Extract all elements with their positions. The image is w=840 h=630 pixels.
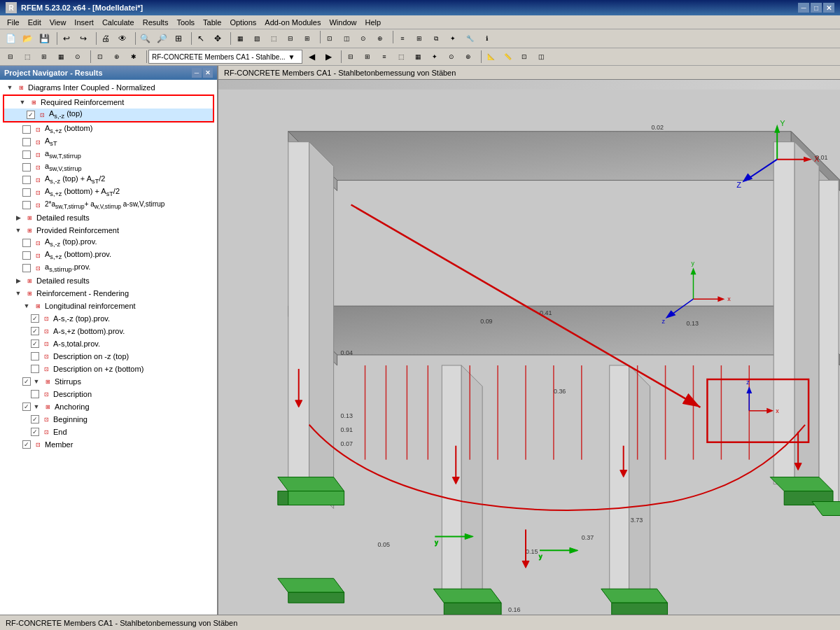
cb-as-stir-prov[interactable]: [22, 264, 31, 272]
cb-stirrups[interactable]: [22, 377, 31, 386]
cb-anchoring[interactable]: [22, 402, 31, 411]
cb-as-bot-asT[interactable]: [22, 188, 31, 197]
tb-btn-3[interactable]: ⬚: [266, 31, 281, 46]
tree-detailed1[interactable]: ▶ ⊞ Detailed results: [0, 211, 217, 224]
title-controls[interactable]: ─ □ ✕: [798, 3, 834, 13]
zoom-in[interactable]: 🔍: [137, 31, 153, 46]
tb2-8[interactable]: ✱: [126, 49, 141, 64]
cb-as-z-bot[interactable]: [22, 125, 31, 134]
tb2-1[interactable]: ⊟: [3, 49, 18, 64]
print-button[interactable]: 🖨: [98, 31, 113, 46]
menu-options[interactable]: Options: [225, 18, 260, 27]
tb-btn-12[interactable]: ⧉: [428, 31, 444, 46]
viewport-content[interactable]: Y X Z y x z: [218, 80, 840, 630]
tb2-16[interactable]: ⊕: [461, 49, 476, 64]
cb-asT[interactable]: [22, 138, 31, 146]
cb-asw-stir[interactable]: [22, 150, 31, 159]
tree-beginning[interactable]: ⊡ Beginning: [0, 413, 217, 426]
tree-member[interactable]: ⊡ Member: [0, 438, 217, 451]
cb-desc-top[interactable]: [31, 352, 39, 360]
tree-desc-bot[interactable]: ⊡ Description on +z (bottom): [0, 363, 217, 375]
cb-as-z-top[interactable]: [27, 111, 35, 119]
zoom-out[interactable]: 🔎: [154, 31, 169, 46]
open-button[interactable]: 📂: [20, 31, 35, 46]
tb-btn-11[interactable]: ⊞: [412, 31, 427, 46]
tree-2asw[interactable]: ⊡ 2*asw,T,stirrup+ aw,V,stirrup a-sw,V,s…: [0, 199, 217, 211]
minimize-button[interactable]: ─: [798, 3, 809, 13]
tb2-18[interactable]: 📏: [500, 49, 515, 64]
tree-rendering[interactable]: ▼ ⊞ Reinforcement - Rendering: [0, 287, 217, 300]
menu-addons[interactable]: Add-on Modules: [260, 18, 325, 27]
menu-edit[interactable]: Edit: [24, 18, 46, 27]
dropdown-arrow[interactable]: ▼: [288, 53, 295, 61]
tree-end[interactable]: ⊡ End: [0, 426, 217, 438]
tb2-12[interactable]: ⬚: [393, 49, 409, 64]
cb-asw-v[interactable]: [22, 163, 31, 172]
tree-as-bot-asT[interactable]: ⊡ As,+z (bottom) + AsT/2: [0, 186, 217, 199]
cb-as-asT[interactable]: [22, 176, 31, 184]
tb-btn-1[interactable]: ▦: [232, 31, 248, 46]
nav-prev[interactable]: ◀: [304, 49, 319, 64]
cb-as-z-prov[interactable]: [22, 239, 31, 247]
new-button[interactable]: 📄: [3, 31, 18, 46]
expand-diagrams[interactable]: ▼: [6, 83, 14, 92]
preview-button[interactable]: 👁: [115, 31, 130, 46]
tb-btn-2[interactable]: ▧: [249, 31, 265, 46]
undo-button[interactable]: ↩: [59, 31, 74, 46]
tb2-7[interactable]: ⊕: [109, 49, 125, 64]
tb2-4[interactable]: ▦: [53, 49, 69, 64]
cb-desc-bot[interactable]: [31, 365, 39, 373]
tree-container[interactable]: ▼ ⊞ Diagrams Inter Coupled - Normalized …: [0, 80, 217, 630]
cb-end[interactable]: [31, 428, 39, 436]
tree-as-z-bot[interactable]: ⊡ As,+z (bottom): [0, 123, 217, 136]
expand-required[interactable]: ▼: [18, 98, 27, 106]
expand-longitudinal[interactable]: ▼: [22, 302, 31, 310]
tree-a-s-top[interactable]: ⊡ A-s,-z (top).prov.: [0, 312, 217, 325]
save-button[interactable]: 💾: [36, 31, 52, 46]
tree-asw-v[interactable]: ⊡ asw,V,stirrup: [0, 161, 217, 174]
tb-btn-4[interactable]: ⊟: [283, 31, 298, 46]
expand-provided[interactable]: ▼: [14, 226, 22, 234]
tree-longitudinal[interactable]: ▼ ⊞ Longitudinal reinforcement: [0, 300, 217, 312]
module-dropdown[interactable]: RF-CONCRETE Members CA1 - Stahlbe... ▼: [148, 50, 302, 64]
tb-btn-13[interactable]: ✦: [445, 31, 461, 46]
tree-stir-desc[interactable]: ⊡ Description: [0, 388, 217, 400]
redo-button[interactable]: ↪: [76, 31, 91, 46]
tree-provided[interactable]: ▼ ⊞ Provided Reinforcement: [0, 224, 217, 237]
tree-as-z-top[interactable]: ⊡ As,-z (top): [4, 108, 213, 121]
menu-help[interactable]: Help: [361, 18, 386, 27]
menu-results[interactable]: Results: [139, 18, 173, 27]
tb2-15[interactable]: ⊙: [444, 49, 459, 64]
tree-detailed2[interactable]: ▶ ⊞ Detailed results: [0, 274, 217, 287]
zoom-all[interactable]: ⊞: [171, 31, 186, 46]
expand-detailed1[interactable]: ▶: [14, 214, 22, 222]
tb2-9[interactable]: ⊟: [343, 49, 358, 64]
cb-2asw[interactable]: [22, 201, 31, 209]
expand-anchoring[interactable]: ▼: [32, 402, 41, 411]
tb2-2[interactable]: ⬚: [20, 49, 35, 64]
tree-asT[interactable]: ⊡ AsT: [0, 136, 217, 148]
nav-next[interactable]: ▶: [321, 49, 336, 64]
panel-controls[interactable]: ─ ✕: [192, 68, 213, 78]
tb2-3[interactable]: ⊞: [36, 49, 52, 64]
tb-btn-14[interactable]: 🔧: [462, 31, 477, 46]
close-button[interactable]: ✕: [823, 3, 834, 13]
tb-btn-9[interactable]: ⊕: [372, 31, 388, 46]
cb-a-s-total[interactable]: [31, 340, 39, 348]
select-btn[interactable]: ↖: [193, 31, 209, 46]
tb-btn-6[interactable]: ⊡: [322, 31, 337, 46]
tree-as-z-bot-prov[interactable]: ⊡ As,+z (bottom).prov.: [0, 249, 217, 262]
tb-btn-15[interactable]: ℹ: [479, 31, 494, 46]
tree-as-stir-prov[interactable]: ⊡ as,stirrup.prov.: [0, 262, 217, 274]
tree-a-s-total[interactable]: ⊡ A-s,total.prov.: [0, 337, 217, 350]
menu-calculate[interactable]: Calculate: [98, 18, 139, 27]
tb2-20[interactable]: ◫: [533, 49, 549, 64]
menu-file[interactable]: File: [3, 18, 24, 27]
cb-as-z-bot-prov[interactable]: [22, 251, 31, 260]
cb-beginning[interactable]: [31, 415, 39, 424]
expand-stirrups[interactable]: ▼: [32, 377, 41, 386]
tree-diagrams[interactable]: ▼ ⊞ Diagrams Inter Coupled - Normalized: [0, 81, 217, 94]
expand-rendering[interactable]: ▼: [14, 289, 22, 298]
tree-required[interactable]: ▼ ⊞ Required Reinforcement: [4, 96, 213, 108]
menu-insert[interactable]: Insert: [70, 18, 98, 27]
